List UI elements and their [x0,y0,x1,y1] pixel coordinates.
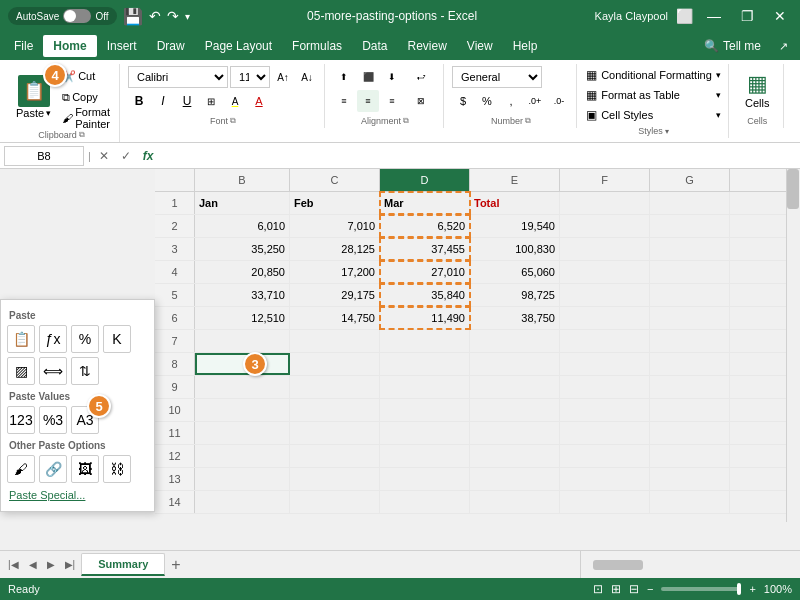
editing-button[interactable]: Σ Editing [792,67,800,113]
format-painter-button[interactable]: 🖌 Format Painter [59,108,113,128]
paste-transpose-btn[interactable]: ⇅ [71,357,99,385]
minimize-btn[interactable]: — [701,6,727,26]
name-box[interactable] [4,146,84,166]
row-num[interactable]: 5 [155,284,195,306]
cond-format-arrow[interactable]: ▾ [716,70,721,80]
cut-button[interactable]: ✂️ Cut [59,66,113,86]
font-name-select[interactable]: Calibri [128,66,228,88]
cell-b1[interactable]: Jan [195,192,290,214]
restore-btn[interactable]: ❐ [735,6,760,26]
fill-color-btn[interactable]: A [224,90,246,112]
menu-view[interactable]: View [457,35,503,57]
cell-g4[interactable] [650,261,730,283]
row-num[interactable]: 8 [155,353,195,375]
align-right-btn[interactable]: ≡ [381,90,403,112]
autosave-pill[interactable]: AutoSave Off [8,7,117,25]
formula-input[interactable] [162,146,796,166]
font-color-btn[interactable]: A [248,90,270,112]
wrap-text-btn[interactable]: ⮐ [405,66,437,88]
paste-keep-src-btn[interactable]: K [103,325,131,353]
merge-btn[interactable]: ⊠ [405,90,437,112]
cell-f1[interactable] [560,192,650,214]
number-expand-icon[interactable]: ⧉ [525,116,531,126]
row-num[interactable]: 7 [155,330,195,352]
paste-values-num-fmt-btn[interactable]: %3 [39,406,67,434]
row-num[interactable]: 2 [155,215,195,237]
menu-data[interactable]: Data [352,35,397,57]
col-header-g[interactable]: G [650,169,730,191]
paste-all-btn[interactable]: 📋 [7,325,35,353]
normal-view-btn[interactable]: ⊡ [593,582,603,596]
align-bot-btn[interactable]: ⬇ [381,66,403,88]
more-quick-access[interactable]: ▾ [185,11,190,22]
clipboard-expand-icon[interactable]: ⧉ [79,130,85,140]
paste-no-borders-btn[interactable]: ▨ [7,357,35,385]
cell-d7[interactable] [380,330,470,352]
autosave-toggle[interactable] [63,9,91,23]
font-shrink-btn[interactable]: A↓ [296,66,318,88]
cell-c2[interactable]: 7,010 [290,215,380,237]
horizontal-scrollbar[interactable] [580,551,800,578]
cell-e4[interactable]: 65,060 [470,261,560,283]
cell-c4[interactable]: 17,200 [290,261,380,283]
row-num[interactable]: 3 [155,238,195,260]
cell-f7[interactable] [560,330,650,352]
cell-g1[interactable] [650,192,730,214]
tell-me-input[interactable]: 🔍Tell me [694,35,771,57]
cell-f3[interactable] [560,238,650,260]
cell-d3[interactable]: 37,455 [380,238,470,260]
zoom-in-btn[interactable]: + [749,583,755,595]
zoom-slider[interactable] [661,587,741,591]
cell-c8[interactable] [290,353,380,375]
paste-button[interactable]: 📋 Paste ▾ 4 [10,73,57,121]
row-num[interactable]: 11 [155,422,195,444]
page-break-view-btn[interactable]: ⊟ [629,582,639,596]
italic-button[interactable]: I [152,90,174,112]
vertical-scroll-thumb[interactable] [787,169,799,209]
paste-linked-picture-btn[interactable]: ⛓ [103,455,131,483]
border-btn[interactable]: ⊞ [200,90,222,112]
formula-cancel-btn[interactable]: ✕ [95,149,113,163]
row-num[interactable]: 14 [155,491,195,513]
cells-button[interactable]: ▦ Cells [737,67,777,113]
sheet-nav-next[interactable]: ▶ [43,557,59,572]
menu-insert[interactable]: Insert [97,35,147,57]
col-header-c[interactable]: C [290,169,380,191]
bold-button[interactable]: B [128,90,150,112]
comma-btn[interactable]: , [500,90,522,112]
undo-btn[interactable]: ↶ [149,8,161,24]
vertical-scrollbar[interactable] [786,169,800,522]
cell-f4[interactable] [560,261,650,283]
cell-b2[interactable]: 6,010 [195,215,290,237]
cell-g5[interactable] [650,284,730,306]
cell-b5[interactable]: 33,710 [195,284,290,306]
menu-page-layout[interactable]: Page Layout [195,35,282,57]
cell-g2[interactable] [650,215,730,237]
zoom-out-btn[interactable]: − [647,583,653,595]
paste-values-btn[interactable]: 123 [7,406,35,434]
ribbon-display-btn[interactable]: ⬜ [676,8,693,24]
paste-formatting-btn[interactable]: 🖌 [7,455,35,483]
row-num[interactable]: 10 [155,399,195,421]
cell-e6[interactable]: 38,750 [470,307,560,329]
page-layout-view-btn[interactable]: ⊞ [611,582,621,596]
paste-dropdown-arrow[interactable]: ▾ [46,108,51,118]
cell-g7[interactable] [650,330,730,352]
menu-file[interactable]: File [4,35,43,57]
sheet-nav-last[interactable]: ▶| [61,557,80,572]
cell-d4[interactable]: 27,010 [380,261,470,283]
cell-e8[interactable] [470,353,560,375]
save-icon[interactable]: 💾 [123,7,143,26]
sheet-tab-summary[interactable]: Summary [81,553,165,576]
increase-decimal-btn[interactable]: .0+ [524,90,546,112]
align-top-btn[interactable]: ⬆ [333,66,355,88]
cell-styles-arrow[interactable]: ▾ [716,110,721,120]
cell-f5[interactable] [560,284,650,306]
close-btn[interactable]: ✕ [768,6,792,26]
cell-g6[interactable] [650,307,730,329]
conditional-formatting-btn[interactable]: ▦ Conditional Formatting ▾ [580,66,727,84]
paste-picture-btn[interactable]: 🖼 [71,455,99,483]
paste-formulas-btn[interactable]: ƒx [39,325,67,353]
share-btn[interactable]: ↗ [771,36,796,57]
cell-d6[interactable]: 11,490 [380,307,470,329]
